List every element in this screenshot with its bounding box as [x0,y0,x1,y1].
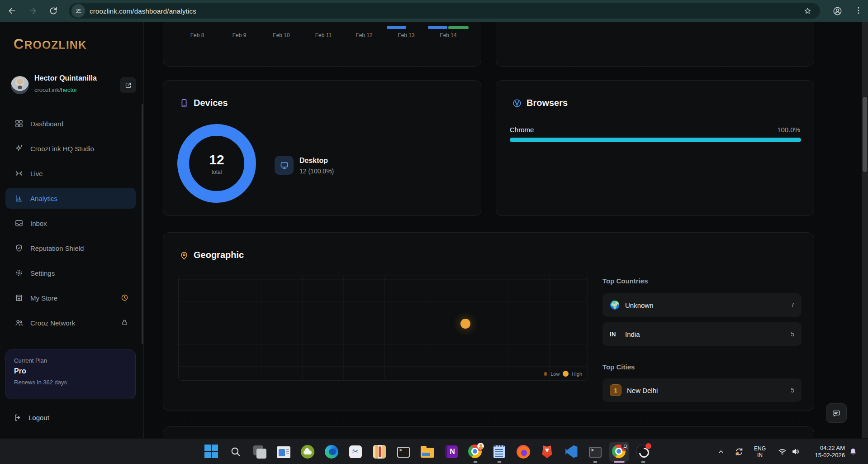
console-button[interactable]: >_ [391,439,415,464]
task-view-icon [252,445,266,459]
brave-icon [541,445,553,459]
file-explorer-button[interactable] [415,439,439,464]
sidebar-item-settings[interactable]: Settings [5,263,136,283]
geo-data-point[interactable] [460,319,470,329]
broadcast-icon [14,169,24,178]
sidebar-item-inbox[interactable]: Inbox [5,213,136,234]
sidebar-item-live[interactable]: Live [5,163,136,184]
sidebar-item-croozlink-hq-studio[interactable]: CroozLink HQ Studio [5,138,136,159]
cloud-app-button[interactable] [295,439,319,464]
sidebar-item-label: Analytics [30,195,57,202]
firefox-button[interactable] [511,439,535,464]
chrome-button[interactable] [463,439,487,464]
geo-map-legend: Low High [544,371,582,377]
search-icon [230,446,242,458]
profile-icon[interactable] [832,6,843,16]
tray-volume[interactable] [790,439,802,464]
croozlink-logo: CROOZLINK [14,36,87,53]
city-row[interactable]: 1 New Delhi 5 [602,378,802,402]
running-indicator [641,461,645,463]
bookmark-star-icon[interactable] [803,7,812,15]
clock-time: 04:22 AM [820,445,845,452]
top-countries-heading: Top Countries [602,277,648,285]
tray-language[interactable]: ENG IN [752,439,768,464]
geo-map[interactable]: Low High [178,276,588,381]
profile-link-handle: hector [61,86,77,93]
onenote-button[interactable]: N [439,439,463,464]
address-bar[interactable]: croozlink.com/dashboard/analytics [69,3,820,19]
tray-sync[interactable] [733,439,745,464]
chat-icon [832,409,841,418]
avatar[interactable] [11,76,29,94]
start-button[interactable] [199,439,223,464]
tray-wifi[interactable] [776,439,788,464]
browser-percent: 100.0% [777,126,800,134]
obs-button[interactable] [631,439,655,464]
sidebar-item-crooz-network[interactable]: Crooz Network [5,312,136,333]
clock-date: 15-02-2026 [815,452,845,459]
x-tick: Feb 10 [273,32,289,38]
snipping-tool-button[interactable]: ✂ [343,439,367,464]
notepad-button[interactable] [487,439,511,464]
taskbar-search[interactable] [223,439,247,464]
onenote-icon: N [445,445,458,458]
media-app-button[interactable] [367,439,391,464]
gear-icon [14,268,24,277]
country-row[interactable]: IN India 5 [602,322,802,346]
sidebar-item-analytics[interactable]: Analytics [5,188,136,209]
sidebar: CROOZLINK Hector Quintanilla croozl.ink/… [0,22,144,438]
firefox-icon [517,445,530,459]
tray-notifications[interactable] [847,439,859,464]
brave-button[interactable] [535,439,559,464]
sparkles-icon [14,144,24,153]
refresh-icon[interactable] [49,6,58,15]
browsers-header: Browsers [512,98,568,108]
browser-usage-bar [510,138,801,142]
profile-link[interactable]: croozl.ink/hector [34,86,77,93]
sidebar-item-reputation-shield[interactable]: Reputation Shield [5,238,136,258]
chrome-profile-badge [477,443,484,450]
logout-button[interactable]: Logout [14,409,49,426]
language-line1: ENG [754,445,766,452]
x-tick: Feb 14 [440,32,456,38]
speaker-icon [791,447,801,456]
devices-header: Devices [179,98,228,108]
country-row[interactable]: 🌍 Unknown 7 [602,293,802,317]
map-pin-icon [179,250,189,260]
sidebar-item-dashboard[interactable]: Dashboard [5,113,136,134]
donut-center: 12 total [177,124,256,203]
edge-button[interactable] [319,439,343,464]
country-count: 5 [791,330,794,338]
sidebar-item-my-store[interactable]: My Store [5,287,136,308]
sidebar-item-label: CroozLink HQ Studio [30,145,94,153]
country-name: Unknown [625,301,654,309]
browser-name: Chrome [510,126,534,134]
scrollbar-thumb[interactable] [863,97,867,172]
chrome-active-button[interactable] [607,439,631,464]
open-profile-button[interactable] [120,77,136,93]
running-indicator [593,461,597,463]
x-tick: Feb 11 [315,32,332,38]
site-settings-icon[interactable] [71,4,85,18]
terminal-button[interactable]: >_ [583,439,607,464]
tray-clock[interactable]: 04:22 AM 15-02-2026 [811,439,845,464]
city-name: New Delhi [627,387,658,394]
country-count: 7 [791,301,794,309]
page-scrollbar[interactable] [862,22,868,438]
bell-icon [849,447,858,456]
media-app-icon [373,445,386,459]
tray-chevron-up[interactable] [716,439,726,464]
sidebar-item-label: Crooz Network [30,319,75,327]
task-view-button[interactable] [247,439,271,464]
sidebar-scrollbar[interactable] [142,104,143,344]
back-icon[interactable] [8,6,17,15]
analytics-chart-icon [14,194,24,203]
country-code-flag: IN [610,331,625,338]
vscode-button[interactable] [559,439,583,464]
chat-widget-button[interactable] [826,403,847,423]
menu-dots-icon[interactable] [854,6,863,15]
forward-icon[interactable] [28,6,37,15]
app-window-button[interactable] [271,439,295,464]
legend-low-label: Low [550,371,560,377]
partial-card-bottom [163,426,814,438]
